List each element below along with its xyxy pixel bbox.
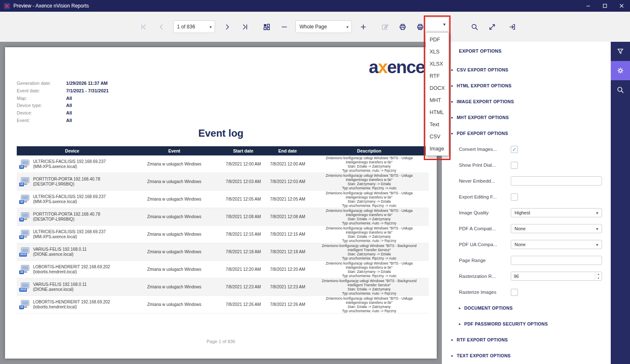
chevron-right-icon: ▸ [451,68,453,72]
previous-page-button[interactable] [155,20,167,33]
event-cell: Zmiana w usługach Windows [128,155,221,173]
end-date-cell: 7/8/2021 12:20 AM [266,261,310,278]
description-cell: Zmieniono konfigurację usługi Windows "B… [310,173,429,190]
export-settings-tab[interactable] [611,61,630,80]
description-cell: Zmieniono konfigurację usługi Windows "B… [310,278,429,295]
menu-item-xls[interactable]: XLS [426,46,448,58]
search-button[interactable] [468,20,481,33]
column-header: Event [128,146,221,155]
start-date-cell: 7/8/2021 12:05 AM [221,191,266,208]
pdf-ua-compatibility-select[interactable]: None▾ [511,240,602,249]
section-text-export-options[interactable]: ▸TEXT EXPORT OPTIONS [449,348,606,364]
first-page-button[interactable] [137,20,150,33]
next-page-button[interactable] [221,20,233,33]
menu-item-pdf[interactable]: PDF [426,33,448,46]
table-row: 10ULTRICIES-FACILISIS 192.168.69.237 (MM… [17,191,429,208]
export-format-highlight-rectangle: ▾ PDF XLS XLSX RTF DOCX MHT HTML Text CS… [424,15,451,160]
device-name: ULTRICIES-FACILISIS 192.168.69.237 (MM-X… [33,229,116,239]
show-print-dialog-checkbox[interactable] [511,162,518,169]
never-embedded-input[interactable] [511,176,602,186]
zoom-level-combobox[interactable]: Whole Page ▾ [295,20,352,33]
field-label: Image Quality [459,210,511,215]
section-image-export-options[interactable]: ▸IMAGE EXPORT OPTIONS [449,94,606,109]
field-rasterization-resolution: Rasterization R... ▴▾ [449,268,606,284]
page-range-input[interactable] [511,256,602,265]
preview-toolbar: ▾ Whole Page ▾ [0,12,630,42]
device-name: LOBORTIS-HENDRERIT 192.168.69.202 (lobor… [33,300,116,309]
section-html-export-options[interactable]: ▸HTML EXPORT OPTIONS [449,78,606,94]
column-header: Device [17,146,128,155]
fullscreen-button[interactable] [486,20,498,33]
description-cell: Zmieniono konfigurację usługi Windows "B… [310,243,429,260]
windows-device-icon: 2019 [20,247,31,257]
page-number-input[interactable] [174,24,203,30]
field-pdf-a-compatibility: PDF A Compati... None▾ [449,221,606,237]
maximize-button[interactable] [597,0,613,12]
page-number-footer: Page 1 of 836 [5,339,437,344]
meta-value: All [66,95,72,102]
filter-icon [616,47,625,56]
start-date-cell: 7/8/2021 12:18 AM [221,243,266,260]
menu-item-mht[interactable]: MHT [426,94,448,106]
menu-item-csv[interactable]: CSV [426,130,448,143]
section-document-options[interactable]: ▸DOCUMENT OPTIONS [449,300,606,316]
device-name: ULTRICIES-FACILISIS 192.168.69.237 (MM-X… [33,194,116,204]
zoom-in-button[interactable] [357,20,369,33]
field-label: Export Editing F... [459,194,511,199]
rasterize-images-checkbox[interactable] [511,289,518,296]
export-editing-checkbox[interactable] [511,193,518,201]
menu-item-rtf[interactable]: RTF [426,70,448,82]
filter-tab[interactable] [611,42,630,61]
section-label: HTML EXPORT OPTIONS [457,83,512,88]
section-label: PDF EXPORT OPTIONS [457,131,508,136]
search-tab[interactable] [611,80,630,99]
field-never-embedded: Never Embedd... [449,173,606,189]
edit-document-button[interactable] [379,20,391,33]
pdf-a-compatibility-select[interactable]: None▾ [511,224,602,233]
print-button[interactable] [396,20,409,33]
close-button[interactable] [613,0,630,12]
select-value: Highest [515,210,530,215]
page-layout-button[interactable] [260,20,273,33]
table-row: 10ULTRICIES-FACILISIS 192.168.69.237 (MM… [17,155,429,173]
field-label: Never Embedd... [459,178,511,183]
rasterization-resolution-spinner[interactable]: ▴▾ [511,272,602,281]
spinner-up-icon[interactable]: ▴ [595,272,602,276]
chevron-down-icon[interactable]: ▾ [343,25,351,29]
convert-images-checkbox[interactable]: ✓ [511,146,518,153]
export-format-combobox[interactable]: ▾ [425,17,449,31]
menu-item-xlsx[interactable]: XLSX [426,58,448,70]
field-label: PDF A Compati... [459,226,511,231]
chevron-right-icon: ▸ [451,99,453,104]
last-page-button[interactable] [238,20,251,33]
section-mht-export-options[interactable]: ▸MHT EXPORT OPTIONS [449,109,606,125]
menu-item-text[interactable]: Text [426,118,448,130]
menu-item-image[interactable]: Image [426,143,448,155]
event-cell: Zmiana w usługach Windows [128,296,221,313]
event-cell: Zmiana w usługach Windows [128,173,221,190]
os-version-badge: 10 [19,305,24,309]
spinner-input[interactable] [511,272,595,280]
event-log-table: Device Event Start date End date Descrip… [17,146,429,313]
section-label: PDF PASSWORD SECURITY OPTIONS [464,321,548,326]
spinner-down-icon[interactable]: ▾ [595,276,602,280]
chevron-down-icon[interactable]: ▾ [207,25,215,29]
section-label: IMAGE EXPORT OPTIONS [457,99,514,104]
menu-item-docx[interactable]: DOCX [426,82,448,94]
section-pdf-password-security-options[interactable]: ▸PDF PASSWORD SECURITY OPTIONS [449,316,606,332]
section-csv-export-options[interactable]: ▸CSV EXPORT OPTIONS [449,62,606,78]
start-date-cell: 7/8/2021 12:15 AM [221,226,266,243]
section-rtf-export-options[interactable]: ▸RTF EXPORT OPTIONS [449,332,606,348]
section-label: MHT EXPORT OPTIONS [457,115,509,120]
close-preview-button[interactable] [506,20,518,33]
titlebar: Preview - Axence nVision Reports [0,0,630,12]
image-quality-select[interactable]: Highest▾ [511,208,602,217]
page-number-combobox[interactable]: ▾ [173,20,215,33]
zoom-out-button[interactable] [278,20,290,33]
device-name: PORTTITOR-PORTA 192.168.40.78 (DESKTOP-L… [33,212,116,221]
start-date-cell: 7/8/2021 12:26 AM [221,296,266,313]
section-pdf-export-options[interactable]: ▸PDF EXPORT OPTIONS [449,125,606,141]
minimize-button[interactable] [580,0,597,12]
chevron-down-icon[interactable]: ▾ [443,22,446,27]
menu-item-html[interactable]: HTML [426,106,448,118]
